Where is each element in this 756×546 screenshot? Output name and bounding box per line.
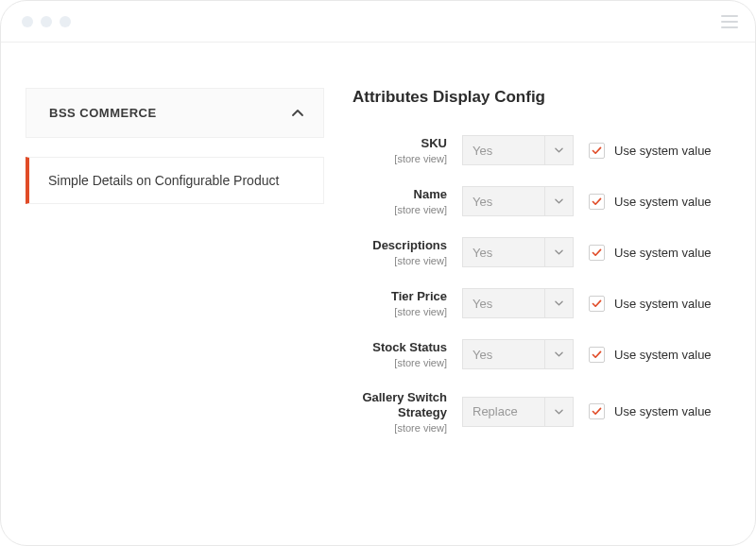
minimize-window-icon[interactable]	[41, 16, 52, 27]
caret-down-icon	[544, 340, 573, 368]
select-value: Yes	[463, 238, 544, 266]
sidebar: BSS COMMERCE Simple Details on Configura…	[26, 88, 324, 434]
select-dropdown[interactable]: Yes	[462, 135, 574, 165]
use-system-value-toggle[interactable]: Use system value	[589, 245, 712, 261]
use-system-label: Use system value	[614, 246, 712, 260]
use-system-value-toggle[interactable]: Use system value	[589, 296, 712, 312]
config-panel: Attributes Display Config SKU [store vie…	[345, 88, 730, 434]
field-scope: [store view]	[345, 306, 447, 317]
select-value: Replace	[463, 398, 544, 426]
field-label: Stock Status	[345, 340, 447, 355]
field-scope: [store view]	[345, 153, 447, 164]
field-label: Name	[345, 187, 447, 202]
field-label: Descriptions	[345, 238, 447, 253]
content: BSS COMMERCE Simple Details on Configura…	[1, 43, 755, 434]
use-system-value-toggle[interactable]: Use system value	[589, 403, 712, 419]
field-row: Gallery Switch Strategy [store view] Rep…	[345, 390, 730, 434]
sidebar-item-label: Simple Details on Configurable Product	[48, 173, 279, 188]
field-scope: [store view]	[345, 255, 447, 266]
field-label-col: Name [store view]	[345, 187, 447, 214]
caret-down-icon	[544, 398, 573, 426]
caret-down-icon	[544, 238, 573, 266]
field-scope: [store view]	[345, 357, 447, 368]
select-dropdown[interactable]: Yes	[462, 288, 574, 318]
use-system-label: Use system value	[614, 144, 712, 158]
field-scope: [store view]	[345, 204, 447, 215]
chevron-up-icon	[291, 107, 304, 120]
select-value: Yes	[463, 136, 544, 164]
field-label-col: SKU [store view]	[345, 136, 447, 163]
use-system-value-toggle[interactable]: Use system value	[589, 194, 712, 210]
field-scope: [store view]	[345, 422, 447, 434]
field-row: Descriptions [store view] Yes Use system…	[345, 237, 730, 267]
select-dropdown[interactable]: Yes	[462, 186, 574, 216]
sidebar-section-bss-commerce[interactable]: BSS COMMERCE	[26, 88, 324, 138]
menu-icon[interactable]	[721, 15, 738, 28]
use-system-label: Use system value	[614, 195, 712, 209]
use-system-value-toggle[interactable]: Use system value	[589, 347, 712, 363]
use-system-value-toggle[interactable]: Use system value	[589, 143, 712, 159]
field-row: SKU [store view] Yes Use system value	[345, 135, 730, 165]
field-list: SKU [store view] Yes Use system value Na…	[345, 135, 730, 434]
field-label-col: Descriptions [store view]	[345, 238, 447, 265]
maximize-window-icon[interactable]	[60, 16, 71, 27]
caret-down-icon	[544, 187, 573, 215]
title-bar	[1, 1, 755, 43]
select-value: Yes	[463, 340, 544, 368]
select-dropdown[interactable]: Yes	[462, 339, 574, 369]
field-label: SKU	[345, 136, 447, 151]
field-label-col: Tier Price [store view]	[345, 289, 447, 316]
field-label-col: Gallery Switch Strategy [store view]	[345, 390, 447, 434]
caret-down-icon	[544, 136, 573, 164]
select-value: Yes	[463, 289, 544, 317]
field-row: Stock Status [store view] Yes Use system…	[345, 339, 730, 369]
select-dropdown[interactable]: Replace	[462, 397, 574, 427]
field-row: Name [store view] Yes Use system value	[345, 186, 730, 216]
select-value: Yes	[463, 187, 544, 215]
use-system-label: Use system value	[614, 348, 712, 362]
checkbox-icon	[589, 245, 605, 261]
checkbox-icon	[589, 403, 605, 419]
field-row: Tier Price [store view] Yes Use system v…	[345, 288, 730, 318]
window-controls	[22, 16, 71, 27]
sidebar-item-simple-details[interactable]: Simple Details on Configurable Product	[26, 157, 324, 204]
close-window-icon[interactable]	[22, 16, 33, 27]
app-window: BSS COMMERCE Simple Details on Configura…	[0, 0, 756, 546]
field-label: Gallery Switch Strategy	[345, 390, 447, 421]
checkbox-icon	[589, 194, 605, 210]
checkbox-icon	[589, 296, 605, 312]
checkbox-icon	[589, 347, 605, 363]
checkbox-icon	[589, 143, 605, 159]
field-label: Tier Price	[345, 289, 447, 304]
use-system-label: Use system value	[614, 297, 712, 311]
use-system-label: Use system value	[614, 404, 712, 418]
field-label-col: Stock Status [store view]	[345, 340, 447, 367]
select-dropdown[interactable]: Yes	[462, 237, 574, 267]
sidebar-section-title: BSS COMMERCE	[49, 106, 157, 120]
caret-down-icon	[544, 289, 573, 317]
section-title: Attributes Display Config	[352, 88, 730, 107]
